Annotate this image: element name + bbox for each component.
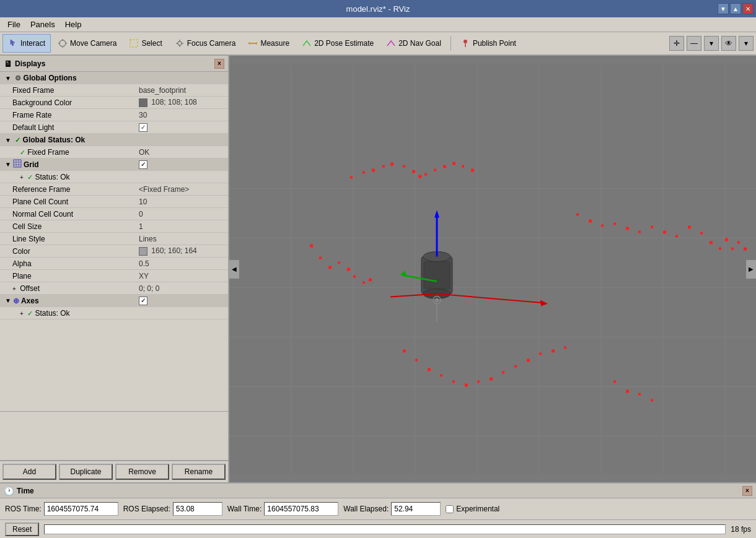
add-button[interactable]: Add [2, 464, 56, 480]
axes-checkbox[interactable]: ✓ [139, 297, 147, 305]
offset-row[interactable]: + Offset 0; 0; 0 [0, 282, 228, 295]
normal-cell-count-value: 0 [136, 210, 228, 219]
remove-button[interactable]: Remove [115, 464, 169, 480]
frame-rate-value: 30 [136, 111, 228, 119]
eye-button[interactable]: 👁 [721, 36, 736, 51]
maximize-button[interactable]: ▲ [730, 3, 741, 14]
measure-label: Measure [260, 39, 289, 48]
plane-cell-count-row[interactable]: Plane Cell Count 10 [0, 196, 228, 208]
svg-rect-9 [229, 65, 756, 474]
svg-rect-45 [418, 175, 421, 178]
displays-icon: 🖥 [4, 59, 12, 69]
move-camera-button[interactable]: Move Camera [52, 34, 122, 53]
global-status-row[interactable]: ▼ ✓ Global Status: Ok [0, 134, 228, 146]
alpha-row[interactable]: Alpha 0.5 [0, 258, 228, 270]
toolbar-separator [451, 36, 451, 51]
wall-elapsed-input[interactable] [391, 502, 441, 516]
fps-display: 18 fps [731, 525, 751, 534]
interact-button[interactable]: Interact [2, 34, 51, 53]
grid-expand[interactable]: ▼ [5, 161, 11, 168]
right-collapse-arrow[interactable]: ▶ [746, 260, 756, 279]
nav-goal-button[interactable]: 2D Nav Goal [380, 34, 447, 53]
fixed-frame-status-icon: ✓ [20, 149, 25, 156]
main-area: 🖥 Displays × ▼ ⚙ Global Options Fixed Fr… [0, 56, 756, 482]
axes-status-row[interactable]: + ✓ Status: Ok [0, 307, 228, 319]
progress-bar[interactable] [44, 524, 726, 534]
pose-estimate-button[interactable]: 2D Pose Estimate [296, 34, 379, 53]
line-style-row[interactable]: Line Style Lines [0, 233, 228, 245]
axes-expand[interactable]: ▼ [5, 297, 11, 304]
color-row[interactable]: Color 160; 160; 164 [0, 245, 228, 258]
axes-row[interactable]: ▼ ⊕ Axes ✓ [0, 295, 228, 307]
svg-rect-82 [514, 365, 517, 368]
select-label: Select [141, 39, 162, 48]
axes-checkbox-value: ✓ [136, 296, 228, 305]
color-label: Color [12, 247, 30, 256]
global-options-expand[interactable]: ▼ [5, 75, 11, 82]
menu-help[interactable]: Help [60, 19, 87, 30]
experimental-checkbox[interactable] [446, 505, 454, 513]
rename-button[interactable]: Rename [172, 464, 226, 480]
grid-status-row[interactable]: + ✓ Status: Ok [0, 171, 228, 183]
svg-rect-74 [415, 359, 418, 362]
bg-color-row[interactable]: Background Color 108; 108; 108 [0, 97, 228, 109]
grid-checkbox[interactable]: ✓ [139, 160, 147, 169]
menu-panels[interactable]: Panels [25, 19, 60, 30]
viewport[interactable]: ◀ ▶ [229, 56, 756, 482]
plane-cell-count-label: Plane Cell Count [12, 197, 68, 206]
svg-rect-47 [434, 169, 436, 171]
grid-icon [13, 159, 22, 170]
grid-status-expand[interactable]: + [20, 174, 24, 181]
grid-label: Grid [24, 160, 39, 169]
axes-status-label: Status: Ok [35, 309, 70, 318]
ros-elapsed-input[interactable] [173, 502, 222, 516]
alpha-value: 0.5 [136, 259, 228, 268]
measure-button[interactable]: Measure [242, 34, 295, 53]
svg-rect-94 [744, 248, 747, 251]
ros-elapsed-group: ROS Elapsed: [123, 502, 222, 516]
svg-rect-53 [589, 220, 592, 223]
grid-row[interactable]: ▼ Grid ✓ [0, 158, 228, 171]
left-collapse-arrow[interactable]: ◀ [229, 260, 239, 279]
bg-color-value: 108; 108; 108 [136, 98, 228, 107]
default-light-checkbox[interactable]: ✓ [139, 123, 147, 132]
global-options-row[interactable]: ▼ ⚙ Global Options [0, 72, 228, 84]
frame-rate-row[interactable]: Frame Rate 30 [0, 109, 228, 121]
plane-value: XY [136, 272, 228, 280]
fixed-frame-status-row[interactable]: ✓ Fixed Frame OK [0, 146, 228, 158]
default-light-row[interactable]: Default Light ✓ [0, 121, 228, 134]
normal-cell-count-label: Normal Cell Count [12, 210, 73, 219]
menu-file[interactable]: File [2, 19, 25, 30]
svg-rect-83 [527, 359, 530, 362]
plane-row[interactable]: Plane XY [0, 270, 228, 282]
cell-size-row[interactable]: Cell Size 1 [0, 220, 228, 233]
axes-icon: ⊕ [13, 297, 19, 305]
fixed-frame-row[interactable]: Fixed Frame base_footprint [0, 84, 228, 97]
color-value: 160; 160; 164 [136, 246, 228, 256]
eye-dropdown[interactable]: ▾ [739, 36, 754, 51]
view-mode-dropdown[interactable]: ▾ [704, 36, 719, 51]
crosshair-button[interactable]: ✛ [669, 36, 684, 51]
svg-rect-58 [651, 226, 653, 228]
close-button[interactable]: ✕ [742, 3, 754, 14]
svg-rect-40 [372, 169, 375, 172]
normal-cell-count-row[interactable]: Normal Cell Count 0 [0, 208, 228, 220]
select-button[interactable]: Select [123, 34, 167, 53]
publish-point-button[interactable]: Publish Point [455, 34, 522, 53]
time-close-button[interactable]: × [742, 486, 752, 496]
duplicate-button[interactable]: Duplicate [59, 464, 113, 480]
global-status-expand[interactable]: ▼ [5, 137, 11, 144]
view-mode-button[interactable]: — [687, 36, 701, 51]
focus-camera-button[interactable]: Focus Camera [169, 34, 242, 53]
displays-close-button[interactable]: × [214, 59, 224, 69]
3d-grid [229, 56, 756, 482]
svg-rect-4 [14, 160, 21, 167]
ref-frame-row[interactable]: Reference Frame <Fixed Frame> [0, 183, 228, 196]
ros-time-input[interactable] [44, 502, 118, 516]
minimize-button[interactable]: ▼ [718, 3, 729, 14]
offset-expand[interactable]: + [12, 285, 16, 292]
wall-time-input[interactable] [264, 502, 338, 516]
svg-rect-52 [576, 214, 579, 216]
axes-status-expand[interactable]: + [20, 310, 24, 317]
reset-button[interactable]: Reset [5, 523, 39, 536]
